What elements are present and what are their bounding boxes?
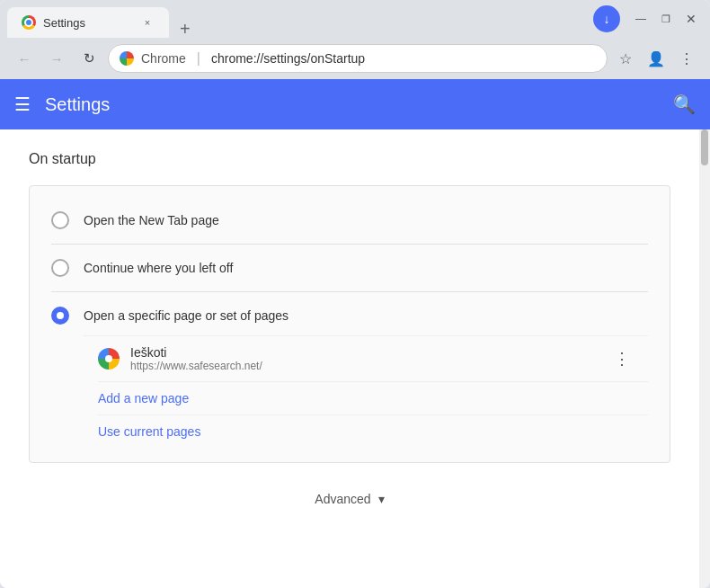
active-tab[interactable]: Settings × <box>7 7 169 38</box>
site-icon <box>120 51 134 66</box>
startup-page-url: https://www.safesearch.net/ <box>130 360 599 372</box>
options-card: Open the New Tab page Continue where you… <box>29 185 670 463</box>
divider-2 <box>51 291 648 292</box>
startup-page-favicon <box>98 348 120 370</box>
new-tab-button[interactable]: + <box>173 20 198 38</box>
hamburger-menu-button[interactable]: ☰ <box>14 94 31 115</box>
minimize-button[interactable]: — <box>629 7 652 31</box>
option-continue[interactable]: Continue where you left off <box>51 248 648 288</box>
refresh-button[interactable]: ↻ <box>75 45 102 72</box>
omnibox-chrome-label: Chrome <box>141 51 186 66</box>
more-icon: ⋮ <box>679 50 694 67</box>
browser-window: Settings × + ↓ — ❐ ✕ ← → ↻ Chrome | chro… <box>0 0 710 588</box>
profile-button[interactable]: 👤 <box>643 46 669 71</box>
option-continue-label: Continue where you left off <box>84 261 233 275</box>
tab-favicon <box>22 15 36 30</box>
startup-page-info: Ieškoti https://www.safesearch.net/ <box>130 345 599 372</box>
address-bar: ← → ↻ Chrome | chrome://settings/onStart… <box>0 38 710 79</box>
startup-page-entry: Ieškoti https://www.safesearch.net/ ⋮ <box>84 335 648 381</box>
scrollbar-thumb[interactable] <box>701 129 708 165</box>
tab-title: Settings <box>43 16 133 30</box>
divider-1 <box>51 244 648 245</box>
address-omnibox[interactable]: Chrome | chrome://settings/onStartup <box>108 44 608 73</box>
title-bar: Settings × + ↓ — ❐ ✕ <box>0 0 710 38</box>
content-wrapper: On startup Open the New Tab page Continu… <box>29 151 670 535</box>
add-new-page-button[interactable]: Add a new page <box>51 382 203 414</box>
omnibox-separator: | <box>197 50 200 67</box>
startup-page-name: Ieškoti <box>130 345 599 360</box>
chrome-menu-button[interactable]: ⋮ <box>674 46 699 71</box>
download-icon[interactable]: ↓ <box>593 5 620 32</box>
tab-close-button[interactable]: × <box>140 15 155 30</box>
option-open-specific[interactable]: Open a specific page or set of pages <box>51 296 648 335</box>
maximize-button[interactable]: ❐ <box>654 7 678 31</box>
settings-scroll-area: PC On startup Open the New Tab page Cont… <box>0 129 699 588</box>
favicon-center <box>105 355 112 362</box>
omnibox-url: chrome://settings/onStartup <box>211 51 365 66</box>
scrollbar-track[interactable] <box>699 129 710 588</box>
advanced-section: Advanced ▾ <box>29 463 670 535</box>
close-button[interactable]: ✕ <box>679 7 703 31</box>
forward-button[interactable]: → <box>43 45 70 72</box>
settings-header: ☰ Settings 🔍 <box>0 79 710 129</box>
radio-continue[interactable] <box>51 259 69 277</box>
use-current-pages-button[interactable]: Use current pages <box>51 415 215 448</box>
back-button[interactable]: ← <box>11 45 38 72</box>
settings-page-title: Settings <box>45 94 673 115</box>
option-open-specific-label: Open a specific page or set of pages <box>84 308 288 323</box>
radio-inner-dot <box>57 312 64 319</box>
option-open-new-tab[interactable]: Open the New Tab page <box>51 200 648 240</box>
advanced-label: Advanced <box>315 492 370 506</box>
settings-search-button[interactable]: 🔍 <box>673 94 696 115</box>
radio-open-new-tab[interactable] <box>51 211 69 229</box>
content-area: PC On startup Open the New Tab page Cont… <box>0 129 710 588</box>
window-controls: ↓ — ❐ ✕ <box>593 5 703 32</box>
bookmark-button[interactable]: ☆ <box>613 46 638 71</box>
option-open-new-tab-label: Open the New Tab page <box>84 213 219 227</box>
startup-page-more-button[interactable]: ⋮ <box>610 345 634 372</box>
profile-icon: 👤 <box>647 50 665 67</box>
tabs-area: Settings × + <box>7 0 590 38</box>
radio-open-specific[interactable] <box>51 307 69 325</box>
section-title: On startup <box>29 151 670 167</box>
advanced-chevron-icon: ▾ <box>378 492 385 506</box>
